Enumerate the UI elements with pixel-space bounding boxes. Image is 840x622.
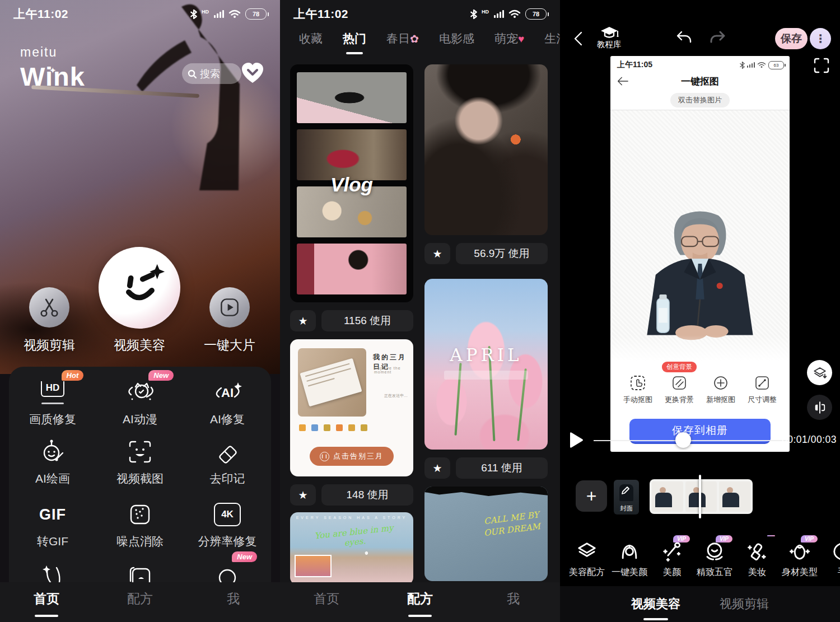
mini-nav-bar: 一键抠图 [610,72,790,90]
toolbar-fine-features[interactable]: VIP 精致五官 [693,541,736,578]
video-preview[interactable]: 上午11:05 63 一键抠图 双击替换图片 [610,56,790,452]
toolbar-makeup[interactable]: 美妆 [736,541,778,578]
resize-button[interactable]: 尺寸调整 [744,375,780,405]
tutorial-library-button[interactable]: 教程库 [597,26,622,50]
denoise-icon [127,502,153,527]
feature-resolution-repair[interactable]: 4K 分辨率修复 [184,499,271,560]
nav-home[interactable]: 首页 [0,582,94,622]
nav-label: 配方 [407,590,433,607]
toolbar-manual-partial[interactable]: 手 [821,541,840,578]
tab-favorites[interactable]: 收藏 [299,31,323,46]
vlog-frame-1 [297,72,407,123]
nav-me[interactable]: 我 [466,582,560,622]
nav-home[interactable]: 首页 [280,582,374,622]
compare-button[interactable] [807,395,832,420]
feature-ai-draw[interactable]: AI绘画 [9,436,96,499]
tool-label: 更换背景 [665,395,694,405]
feature-quality-repair[interactable]: HD Hot 画质修复 [9,377,96,436]
save-to-album-button[interactable]: 保存到相册 [629,419,771,442]
change-background-button[interactable]: 创意背景 更换背景 [661,375,697,405]
favorite-star-button[interactable]: ★ [424,457,450,479]
feature-label: AI修复 [210,411,245,427]
undo-icon[interactable] [675,29,693,47]
feature-remove-mark[interactable]: 去印记 [184,436,271,499]
april-template-card[interactable]: APRIL [424,279,548,450]
add-cutout-button[interactable]: 新增抠图 [703,375,739,405]
beach-template-card[interactable]: EVERY SEASON HAS A STORY You are blue in… [290,512,413,585]
transparent-canvas [610,110,790,361]
redo-icon[interactable] [709,29,727,47]
feature-to-gif[interactable]: GIF 转GIF [9,499,96,560]
toolbar-beauty[interactable]: VIP 美颜 [651,541,693,578]
cover-thumbnail[interactable]: 封面 [614,480,639,515]
layers-export-button[interactable] [807,360,832,385]
nav-video-beauty[interactable]: 视频美容 [631,596,680,612]
feature-partial-1[interactable] [9,560,96,582]
editor-bottom-nav: 视频美容 视频剪辑 [560,586,840,622]
nav-recipes[interactable]: 配方 [374,582,467,622]
search-placeholder: 搜索 [200,67,220,81]
add-cutout-icon [713,375,729,391]
feature-denoise[interactable]: 噪点消除 [96,499,184,560]
play-button[interactable] [568,431,585,449]
favorite-star-button[interactable]: ★ [290,310,316,331]
tool-label: 手动抠图 [623,395,652,405]
tab-pets[interactable]: 萌宠♥ [494,31,524,46]
use-template-button[interactable]: 56.9万 使用 [456,243,548,264]
scissors-icon [39,297,60,318]
logo-sparkle-icon: ✦ [49,66,57,74]
save-button[interactable]: 保存 [775,28,808,49]
manual-cutout-button[interactable]: 手动抠图 [620,375,656,405]
tab-life[interactable]: 生活 [544,31,560,46]
march-cta-button[interactable]: ❙❙ 点击告别三月 [310,447,394,466]
timeline-playhead[interactable] [699,475,701,518]
toolbar-one-click-beauty[interactable]: 一键美颜 [608,541,651,578]
toolbar-beauty-recipe[interactable]: 美容配方 [566,541,608,578]
more-menu-button[interactable]: ⋮ [810,28,831,49]
april-title: APRIL [424,345,548,365]
nav-me[interactable]: 我 [186,582,280,622]
usage-row: ★ 611 使用 [424,457,548,479]
search-input[interactable]: 搜索 [182,63,241,84]
dream-template-card[interactable]: CALL ME BY OUR DREAM [424,487,548,581]
vip-heart-icon[interactable] [241,62,264,85]
back-icon[interactable] [572,30,585,47]
progress-handle[interactable] [675,432,691,448]
vlog-template-card[interactable]: Vlog [290,64,413,302]
video-beauty-button[interactable] [99,247,180,329]
progress-track[interactable] [594,440,790,441]
one-click-film-button[interactable] [209,287,250,328]
video-edit-button[interactable] [29,287,69,328]
feature-ai-repair[interactable]: AI AI修复 [184,377,271,436]
march-diary-card[interactable]: 我的三月日记 Capture the moment 正在发送中… ❙❙ 点击告别… [290,339,413,476]
tab-spring[interactable]: 春日✿ [386,31,419,46]
add-clip-button[interactable]: + [576,480,607,512]
feature-partial-3[interactable]: New [184,560,271,582]
fullscreen-icon[interactable] [813,57,830,74]
mini-status-bar: 上午11:05 63 [617,60,784,70]
favorite-star-button[interactable]: ★ [290,484,316,506]
march-subtitle: Capture the moment [374,366,413,374]
toolbar-body-shape[interactable]: VIP 身材美型 [778,541,821,578]
toolbar-label: 一键美颜 [612,567,647,578]
feature-partial-2[interactable] [96,560,184,582]
fade [610,335,790,361]
use-template-button[interactable]: 611 使用 [456,457,548,479]
feature-ai-anime[interactable]: New AI动漫 [96,377,184,436]
replace-hint-pill: 双击替换图片 [670,93,730,107]
clip-filmstrip[interactable] [650,479,753,514]
nav-recipes[interactable]: 配方 [94,582,187,622]
nav-video-edit[interactable]: 视频剪辑 [720,596,769,612]
search-icon [188,69,197,78]
feature-video-capture[interactable]: 视频截图 [96,436,184,499]
vip-badge [767,535,775,536]
toolbar-label: 美颜 [663,567,681,578]
favorite-star-button[interactable]: ★ [424,243,450,264]
clip-frame [652,481,683,512]
girl-template-card[interactable] [424,64,548,235]
tab-hot[interactable]: 热门 [343,31,366,46]
tab-cinematic[interactable]: 电影感 [439,31,474,46]
use-template-button[interactable]: 148 使用 [321,484,413,506]
feature-card: HD Hot 画质修复 New AI动漫 [9,367,271,582]
use-template-button[interactable]: 1156 使用 [321,310,413,331]
